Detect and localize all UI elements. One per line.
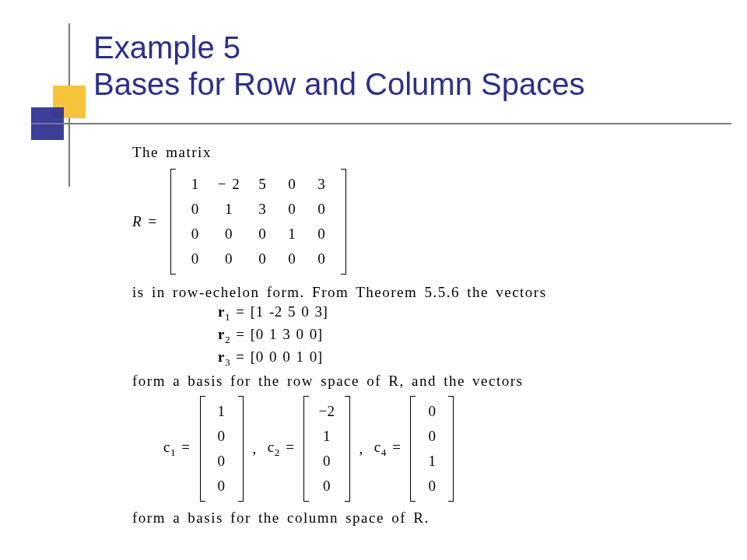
slide-title: Example 5 Bases for Row and Column Space… xyxy=(93,30,716,103)
column-vector-c2: −2 1 0 0 xyxy=(303,396,349,502)
row-vector-2: r2 = [0 1 3 0 0] xyxy=(132,326,693,346)
column-vector-c4: 0 0 1 0 xyxy=(410,396,454,502)
column-basis-text: form a basis for the column space of R. xyxy=(132,509,693,527)
matrix-R-label: R = xyxy=(132,213,158,230)
title-line-1: Example 5 xyxy=(93,30,716,66)
intro-text: The matrix xyxy=(132,144,693,161)
square-yellow-icon xyxy=(53,86,86,118)
row-vector-3: r3 = [0 0 0 1 0] xyxy=(132,348,693,369)
row-echelon-text: is in row-echelon form. From Theorem 5.5… xyxy=(132,284,693,301)
matrix-R-cells: 1− 2503 01300 00010 00000 xyxy=(181,172,336,271)
matrix-R: 1− 2503 01300 00010 00000 xyxy=(170,169,346,275)
row-basis-text: form a basis for the row space of R, and… xyxy=(132,373,693,390)
column-vector-c1: 1 0 0 0 xyxy=(200,396,244,502)
square-blue-icon xyxy=(31,107,64,140)
slide-body: The matrix R = 1− 2503 01300 00010 00000… xyxy=(132,144,693,527)
row-vector-1: r1 = [1 -2 5 0 3] xyxy=(132,303,693,324)
title-line-2: Bases for Row and Column Spaces xyxy=(93,66,716,103)
column-vectors: c1 = 1 0 0 0 , c2 = −2 1 0 xyxy=(163,393,693,505)
matrix-R-row: R = 1− 2503 01300 00010 00000 xyxy=(132,166,693,278)
slide: Example 5 Bases for Row and Column Space… xyxy=(0,0,747,560)
